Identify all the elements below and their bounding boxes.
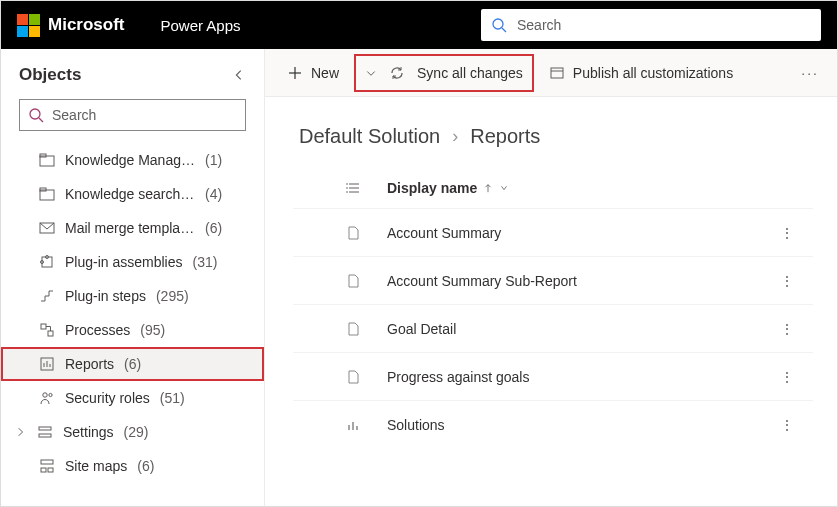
table-row[interactable]: Goal Detail ⋮: [293, 304, 813, 352]
column-display-name[interactable]: Display name: [387, 180, 509, 196]
publish-all-button[interactable]: Publish all customizations: [539, 55, 743, 91]
breadcrumb-root[interactable]: Default Solution: [299, 125, 440, 148]
ms-logo-icon: [17, 14, 40, 37]
svg-rect-22: [39, 427, 51, 430]
table-row[interactable]: Account Summary Sub-Report ⋮: [293, 256, 813, 304]
file-icon: [345, 273, 361, 289]
brand-label: Microsoft: [48, 15, 125, 35]
sidebar: Objects Search Knowledge Manage…(1) Know…: [1, 49, 265, 506]
svg-point-0: [493, 19, 503, 29]
file-icon: [345, 321, 361, 337]
breadcrumb-leaf: Reports: [470, 125, 540, 148]
mail-icon: [39, 220, 55, 236]
breadcrumb: Default Solution › Reports: [293, 125, 813, 148]
svg-rect-29: [551, 68, 563, 78]
sidebar-item-settings[interactable]: Settings(29): [1, 415, 264, 449]
command-bar: New Sync all changes Publish all customi…: [265, 49, 837, 97]
settings-icon: [37, 424, 53, 440]
sidebar-item-processes[interactable]: Processes(95): [1, 313, 264, 347]
svg-point-21: [49, 393, 52, 396]
steps-icon: [39, 288, 55, 304]
row-more-icon[interactable]: ⋮: [762, 273, 813, 289]
chevron-right-icon: ›: [452, 126, 458, 147]
plus-icon: [287, 65, 303, 81]
sidebar-item-knowledge-manage[interactable]: Knowledge Manage…(1): [1, 143, 264, 177]
global-search-input[interactable]: Search: [481, 9, 821, 41]
sync-all-changes-button[interactable]: Sync all changes: [355, 55, 533, 91]
search-placeholder: Search: [517, 17, 561, 33]
publish-icon: [549, 65, 565, 81]
file-icon: [345, 369, 361, 385]
row-more-icon[interactable]: ⋮: [762, 225, 813, 241]
chevron-down-icon: [499, 183, 509, 193]
svg-point-2: [30, 109, 40, 119]
sort-ascending-icon: [483, 183, 493, 193]
svg-line-3: [39, 118, 43, 122]
search-icon: [491, 17, 507, 33]
search-placeholder: Search: [52, 107, 96, 123]
svg-rect-12: [41, 324, 46, 329]
table-row[interactable]: Account Summary ⋮: [293, 208, 813, 256]
row-more-icon[interactable]: ⋮: [762, 369, 813, 385]
sidebar-title: Objects: [19, 65, 81, 85]
svg-point-34: [346, 183, 348, 185]
search-icon: [28, 107, 44, 123]
list-icon[interactable]: [345, 180, 361, 196]
process-icon: [39, 322, 55, 338]
sidebar-item-mail-merge[interactable]: Mail merge templates(6): [1, 211, 264, 245]
table-header: Display name: [293, 168, 813, 208]
chart-icon: [345, 417, 361, 433]
chevron-down-icon: [365, 67, 377, 79]
report-icon: [39, 356, 55, 372]
app-label: Power Apps: [161, 17, 241, 34]
svg-rect-24: [41, 460, 53, 464]
chevron-right-icon: [15, 426, 27, 438]
svg-line-1: [502, 28, 506, 32]
objects-tree: Knowledge Manage…(1) Knowledge search fi…: [1, 143, 264, 506]
objects-search-input[interactable]: Search: [19, 99, 246, 131]
svg-point-36: [346, 191, 348, 193]
new-button[interactable]: New: [277, 55, 349, 91]
folder-icon: [39, 186, 55, 202]
sidebar-item-knowledge-search[interactable]: Knowledge search fil…(4): [1, 177, 264, 211]
puzzle-icon: [39, 254, 55, 270]
table-row[interactable]: Solutions ⋮: [293, 400, 813, 448]
sync-icon: [389, 65, 405, 81]
svg-rect-13: [48, 331, 53, 336]
collapse-icon[interactable]: [232, 68, 246, 82]
overflow-button[interactable]: ···: [795, 55, 825, 91]
sidebar-item-security-roles[interactable]: Security roles(51): [1, 381, 264, 415]
people-icon: [39, 390, 55, 406]
sidebar-item-reports[interactable]: Reports(6): [1, 347, 264, 381]
content-area: Default Solution › Reports Display name …: [265, 97, 837, 506]
sidebar-item-plugin-steps[interactable]: Plug-in steps(295): [1, 279, 264, 313]
svg-rect-23: [39, 434, 51, 437]
row-more-icon[interactable]: ⋮: [762, 321, 813, 337]
svg-point-35: [346, 187, 348, 189]
file-icon: [345, 225, 361, 241]
sidebar-item-site-maps[interactable]: Site maps(6): [1, 449, 264, 483]
folder-icon: [39, 152, 55, 168]
svg-point-20: [43, 393, 47, 397]
sitemap-icon: [39, 458, 55, 474]
svg-rect-25: [41, 468, 46, 472]
sidebar-item-plugin-assemblies[interactable]: Plug-in assemblies(31): [1, 245, 264, 279]
main-area: New Sync all changes Publish all customi…: [265, 49, 837, 506]
svg-rect-26: [48, 468, 53, 472]
table-row[interactable]: Progress against goals ⋮: [293, 352, 813, 400]
title-bar: Microsoft Power Apps Search: [1, 1, 837, 49]
row-more-icon[interactable]: ⋮: [762, 417, 813, 433]
